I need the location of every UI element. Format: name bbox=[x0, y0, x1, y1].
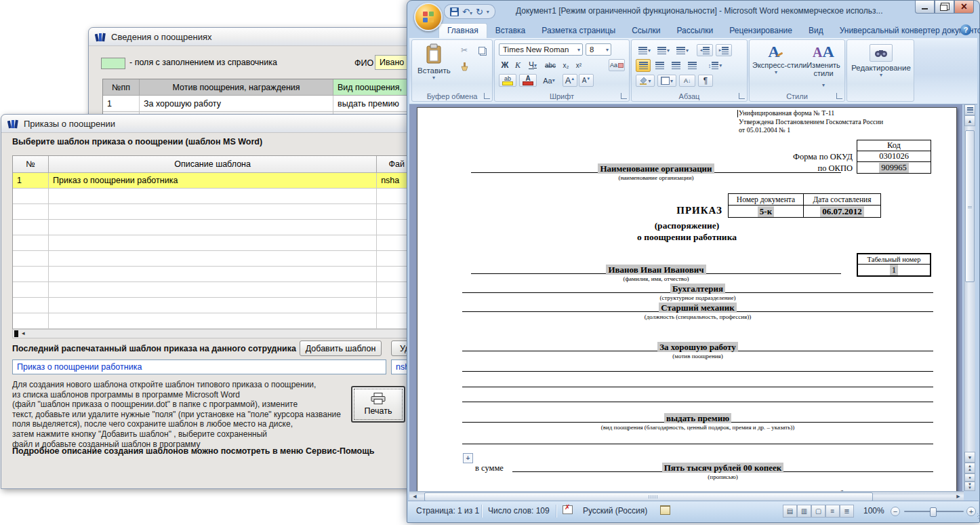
undo-icon[interactable]: ↶▾ bbox=[462, 7, 472, 16]
cut-icon[interactable]: ✂ bbox=[457, 44, 472, 56]
okud-value[interactable]: 0301026 bbox=[857, 151, 931, 162]
view-draft-icon[interactable]: ≣ bbox=[840, 505, 854, 518]
numbering-button[interactable]: ▾ bbox=[655, 44, 672, 56]
horizontal-scrollbar[interactable]: ◀ ▶ bbox=[409, 491, 964, 501]
help-icon[interactable]: ? bbox=[960, 24, 971, 35]
status-word-count[interactable]: Число слов: 109 bbox=[488, 506, 550, 516]
scroll-right-icon[interactable]: ▶ bbox=[953, 492, 964, 501]
restore-button[interactable] bbox=[935, 1, 954, 14]
align-left-button[interactable] bbox=[636, 59, 651, 72]
cell-motive[interactable]: За хорошую работу bbox=[140, 96, 333, 112]
cell-num[interactable]: 1 bbox=[103, 96, 140, 112]
scroll-up-icon[interactable]: ▲ bbox=[964, 115, 975, 126]
kind-field[interactable]: выдать премию bbox=[462, 413, 933, 423]
scroll-down-icon[interactable]: ▼ bbox=[964, 452, 975, 463]
tab-view[interactable]: Вид bbox=[800, 24, 832, 38]
clear-formatting-button[interactable]: Aa bbox=[609, 59, 625, 71]
col-header-motive[interactable]: Мотив поощрения, награждения bbox=[140, 79, 333, 96]
multilevel-list-button[interactable]: ▾ bbox=[674, 44, 691, 56]
col-header-desc[interactable]: Описание шаблона bbox=[49, 156, 377, 173]
status-language[interactable]: Русский (Россия) bbox=[583, 506, 647, 516]
tab-universal-converter[interactable]: Универсальный конвертер документов bbox=[832, 24, 980, 38]
template-row-selected[interactable]: 1 Приказ о поощрении работника nsha bbox=[13, 173, 417, 189]
italic-button[interactable]: К bbox=[512, 59, 524, 71]
view-outline-icon[interactable]: ≡ bbox=[825, 505, 840, 518]
quick-styles-button[interactable]: A Экспресс-стили ▾ bbox=[752, 43, 800, 75]
format-painter-icon[interactable] bbox=[457, 60, 472, 73]
shrink-font-button[interactable]: А▼ bbox=[579, 74, 594, 87]
strikethrough-button[interactable]: abc bbox=[542, 59, 558, 71]
col-header-num[interactable]: №пп bbox=[103, 79, 140, 96]
tab-page-layout[interactable]: Разметка страницы bbox=[533, 24, 624, 38]
paste-button[interactable]: Вставить ▾ bbox=[417, 43, 450, 81]
tab-mailings[interactable]: Рассылки bbox=[668, 24, 721, 38]
minimize-button[interactable] bbox=[915, 1, 935, 14]
bold-button[interactable]: Ж bbox=[499, 59, 511, 71]
highlight-color-button[interactable]: ab bbox=[499, 74, 516, 87]
tab-references[interactable]: Ссылки bbox=[624, 24, 668, 38]
cell-num[interactable]: 1 bbox=[13, 173, 49, 189]
hscroll-left-arrow-icon[interactable]: ◂ bbox=[22, 330, 25, 336]
view-web-layout-icon[interactable]: ▢ bbox=[811, 505, 825, 518]
vertical-scrollbar[interactable]: ▲ ▼ ▲▲ ● ▼▼ bbox=[964, 104, 975, 491]
sort-button[interactable]: А↓ bbox=[679, 75, 695, 87]
cell-desc[interactable]: Приказ о поощрении работника bbox=[49, 173, 377, 189]
hscroll-thumb[interactable] bbox=[14, 330, 18, 337]
document-canvas[interactable]: Унифицированная форма № Т-11 Утверждена … bbox=[409, 104, 962, 491]
motive-field[interactable]: За хорошую работу bbox=[462, 342, 933, 351]
org-name-field[interactable]: Наименование организации bbox=[471, 163, 841, 173]
tab-insert[interactable]: Вставка bbox=[487, 24, 534, 38]
okpo-value[interactable]: 909965 bbox=[857, 162, 931, 173]
clipboard-dialog-launcher[interactable] bbox=[484, 93, 490, 99]
line-spacing-button[interactable]: ↕▾ bbox=[705, 59, 725, 72]
redo-icon[interactable]: ↻ bbox=[476, 7, 483, 16]
view-print-layout-icon[interactable]: ▤ bbox=[783, 505, 797, 518]
zoom-out-icon[interactable]: − bbox=[891, 507, 900, 516]
office-button[interactable] bbox=[414, 3, 443, 31]
tab-num-value[interactable]: 1 bbox=[858, 265, 930, 275]
doc-date-value[interactable]: 06.07.2012 bbox=[804, 206, 880, 217]
increase-indent-icon[interactable]: ▸ bbox=[716, 44, 732, 56]
macro-record-icon[interactable] bbox=[660, 505, 670, 517]
next-page-icon[interactable]: ▼▼ bbox=[964, 482, 975, 491]
print-button[interactable]: Печать bbox=[351, 386, 405, 423]
paragraph-dialog-launcher[interactable] bbox=[739, 93, 745, 99]
select-browse-object-icon[interactable]: ● bbox=[964, 473, 975, 482]
font-color-button[interactable]: А bbox=[519, 74, 537, 87]
change-case-button[interactable]: Aa▾ bbox=[539, 74, 558, 87]
grow-font-button[interactable]: А▲ bbox=[563, 74, 577, 87]
employee-field[interactable]: Иванов Иван Иванович bbox=[471, 265, 841, 274]
zoom-level[interactable]: 100% bbox=[863, 506, 884, 516]
close-button[interactable]: × bbox=[954, 1, 974, 14]
para-mark-button[interactable]: ¶ bbox=[698, 75, 713, 87]
scroll-left-icon[interactable]: ◀ bbox=[409, 492, 420, 501]
qat-customize-icon[interactable]: ▾ bbox=[487, 9, 489, 15]
table-hscrollbar[interactable]: ◂ bbox=[12, 329, 416, 338]
document-page[interactable]: Унифицированная форма № Т-11 Утверждена … bbox=[417, 107, 957, 491]
copy-icon[interactable] bbox=[474, 44, 489, 56]
doc-num-value[interactable]: 5-к bbox=[729, 206, 804, 217]
resize-grip[interactable] bbox=[977, 513, 980, 519]
tab-review[interactable]: Рецензирование bbox=[721, 24, 800, 38]
justify-button[interactable] bbox=[685, 59, 699, 72]
vscroll-thumb[interactable] bbox=[965, 130, 975, 282]
borders-button[interactable]: ▾ bbox=[657, 75, 676, 87]
orders-titlebar[interactable]: Приказы о поощрении bbox=[1, 115, 416, 133]
status-page[interactable]: Страница: 1 из 1 bbox=[416, 506, 479, 516]
department-field[interactable]: Бухгалтерия bbox=[462, 284, 933, 293]
change-styles-button[interactable]: AA Изменить стили ▾ bbox=[802, 43, 844, 90]
tab-home[interactable]: Главная bbox=[438, 23, 487, 38]
editing-button[interactable]: Редактирование ▾ bbox=[847, 44, 915, 78]
font-dialog-launcher[interactable] bbox=[621, 93, 627, 99]
save-icon[interactable] bbox=[450, 7, 459, 16]
align-right-button[interactable] bbox=[668, 59, 683, 72]
view-fullscreen-icon[interactable]: ▥ bbox=[797, 505, 811, 518]
ruler-toggle-icon[interactable] bbox=[964, 104, 975, 115]
font-size-select[interactable]: 8▾ bbox=[586, 43, 611, 56]
table-move-handle-icon[interactable]: + bbox=[463, 453, 473, 463]
align-center-button[interactable] bbox=[652, 59, 667, 72]
shading-button[interactable]: ▾ bbox=[636, 75, 655, 87]
add-template-button[interactable]: Добавить шаблон bbox=[300, 341, 382, 356]
zoom-slider-thumb[interactable] bbox=[930, 507, 937, 517]
paste-dropdown-icon[interactable]: ▾ bbox=[417, 75, 450, 81]
